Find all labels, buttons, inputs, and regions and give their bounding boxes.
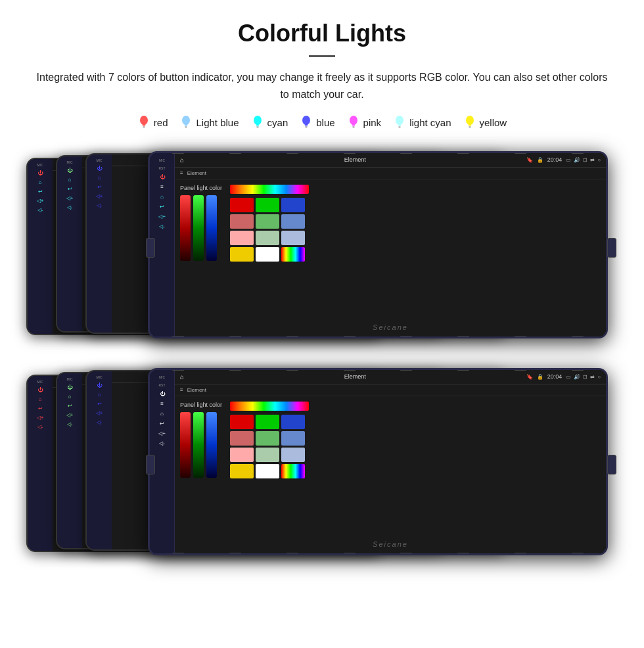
svg-rect-26 xyxy=(469,126,471,127)
device-row-bottom: MIC ⏻ ⌂ ↩ ◁+ ◁- RST xyxy=(26,363,618,567)
page-description: Integrated with 7 colors of button indic… xyxy=(33,69,611,103)
color-label-red: red xyxy=(154,117,168,128)
color-item-cyan: cyan xyxy=(251,114,288,130)
connector-tab xyxy=(172,151,184,154)
svg-rect-27 xyxy=(469,127,471,128)
color-label-Light blue: Light blue xyxy=(196,117,239,128)
swatch-mint xyxy=(256,231,279,245)
swatch-red xyxy=(230,198,254,212)
home-screen-icon: ⌂ xyxy=(180,156,184,164)
mic-label: MIC xyxy=(159,158,165,162)
bulb-icon-light cyan xyxy=(393,114,406,130)
mount-bracket-left xyxy=(146,238,155,258)
device-row-top: MIC ⏻ ⌂ ↩ ◁+ ◁- RST xyxy=(26,146,618,350)
mount-bracket-right xyxy=(607,238,616,258)
svg-rect-10 xyxy=(256,126,259,127)
connector-tab xyxy=(457,151,469,154)
connector-tab xyxy=(287,151,298,154)
screen-bookmark-icon: 🔖 xyxy=(526,157,533,163)
svg-rect-22 xyxy=(398,126,401,127)
screen-topbar-b: ⌂ Element 🔖 🔒 20:04 ▭ 🔊 ⊡ ⇄ ○ xyxy=(175,370,606,384)
page-wrapper: Colorful Lights Integrated with 7 colors… xyxy=(0,0,644,593)
color-item-blue: blue xyxy=(300,114,334,130)
connector-tab xyxy=(229,336,241,338)
screen-content: Panel light color xyxy=(175,179,606,336)
swatch-rainbow xyxy=(281,247,305,262)
screen-subbar: ≡ Element xyxy=(175,168,606,179)
device-card-front: MIC RST ⏻ ≡ ⌂ ↩ ◁+ ◁- ⌂ Ele xyxy=(148,151,608,338)
connector-tab xyxy=(515,336,526,338)
color-item-yellow: yellow xyxy=(463,114,507,130)
swatch-light-blue xyxy=(281,214,305,229)
connector-tab xyxy=(400,151,412,154)
green-bar xyxy=(193,195,204,261)
color-label-cyan: cyan xyxy=(267,117,288,128)
connector-tab xyxy=(229,151,241,154)
vol-up-icon: ◁+ xyxy=(158,214,166,220)
connector-tabs-bottom xyxy=(150,336,606,338)
screen-icon1: ▭ xyxy=(566,157,571,163)
connector-tab xyxy=(457,336,469,338)
color-indicators-row: red Light blue cyan xyxy=(26,114,618,130)
connector-tab xyxy=(400,336,412,338)
blue-bar xyxy=(206,195,217,261)
red-bar xyxy=(180,195,191,261)
swatch-yellow xyxy=(230,247,254,262)
device-stack-top: MIC ⏻ ⌂ ↩ ◁+ ◁- RST xyxy=(26,151,618,345)
rainbow-swatch-b xyxy=(230,402,309,411)
mount-bracket-right-b xyxy=(607,455,616,474)
status-icons: ▭ 🔊 ⊡ ⇄ ○ xyxy=(566,157,601,163)
seicane-watermark: Seicane xyxy=(373,323,408,331)
swatch-grid-b xyxy=(230,415,309,478)
svg-rect-1 xyxy=(142,124,145,126)
bracket xyxy=(607,238,616,258)
bulb-icon-red xyxy=(137,114,150,130)
connector-tabs-top-b xyxy=(150,368,606,371)
screen-icon2: 🔊 xyxy=(574,157,580,163)
color-label-yellow: yellow xyxy=(480,117,507,128)
screen-lock-icon: 🔒 xyxy=(537,157,543,163)
device-screen-bottom: ⌂ Element 🔖 🔒 20:04 ▭ 🔊 ⊡ ⇄ ○ xyxy=(175,370,606,553)
swatch-sky xyxy=(281,231,305,245)
svg-rect-6 xyxy=(185,126,187,127)
swatch-light-red xyxy=(230,214,254,229)
color-bars-b xyxy=(180,412,222,478)
connector-tab xyxy=(172,336,184,338)
svg-rect-13 xyxy=(305,124,308,126)
color-item-pink: pink xyxy=(347,114,382,130)
bulb-icon-blue xyxy=(300,114,313,130)
color-bars-section: Panel light color xyxy=(180,185,222,331)
svg-point-24 xyxy=(466,116,474,125)
svg-point-20 xyxy=(396,116,403,125)
svg-rect-25 xyxy=(468,124,471,126)
svg-rect-21 xyxy=(398,124,402,126)
screen-icon5: ○ xyxy=(597,157,601,163)
svg-rect-14 xyxy=(305,126,308,127)
svg-rect-5 xyxy=(185,124,188,126)
connector-tab xyxy=(344,336,356,338)
connector-tab xyxy=(572,151,584,154)
svg-rect-19 xyxy=(352,127,354,128)
panel-light-label: Panel light color xyxy=(180,185,222,191)
color-swatches-section-b xyxy=(230,402,309,548)
connector-tab xyxy=(287,336,298,338)
power-icon: ⏻ xyxy=(160,174,165,180)
swatch-white xyxy=(256,247,279,262)
color-label-pink: pink xyxy=(363,117,382,128)
screen-time: 20:04 xyxy=(547,156,563,163)
svg-point-4 xyxy=(182,116,190,125)
screen-subbar-b: ≡ Element xyxy=(175,384,606,396)
screen-icon4: ⇄ xyxy=(590,157,595,163)
color-swatches-section xyxy=(230,185,309,331)
bulb-icon-pink xyxy=(347,114,360,130)
color-item-Light-blue: Light blue xyxy=(179,114,239,130)
svg-rect-2 xyxy=(143,126,145,127)
device-screen: ⌂ Element 🔖 🔒 20:04 ▭ 🔊 ⊡ ⇄ ○ xyxy=(175,153,606,336)
svg-point-0 xyxy=(140,116,148,125)
connector-tab xyxy=(344,151,356,154)
svg-rect-23 xyxy=(399,127,401,128)
subbar-title: Element xyxy=(187,170,206,176)
swatch-pink xyxy=(230,231,254,245)
connector-tabs-bottom-b xyxy=(150,553,606,555)
svg-rect-11 xyxy=(256,127,258,128)
